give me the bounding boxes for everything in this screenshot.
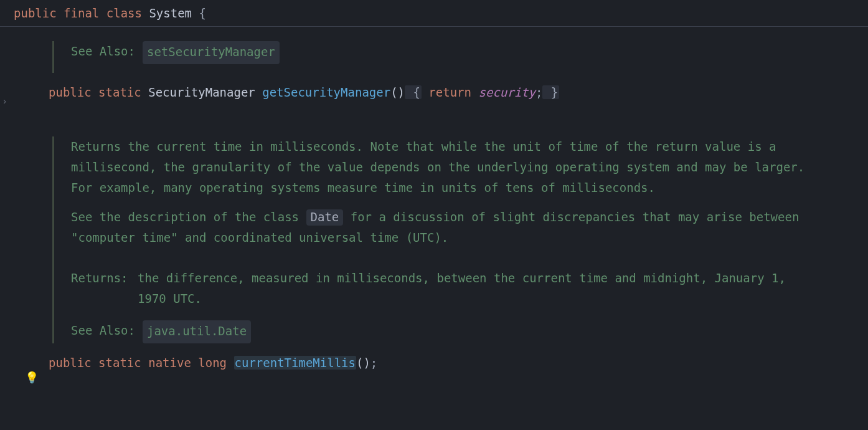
keyword-final: final: [64, 6, 99, 20]
keyword-class: class: [106, 6, 142, 20]
javadoc-see-also: See Also: java.util.Date: [71, 320, 818, 343]
javadoc-block: See Also: setSecurityManager: [52, 41, 818, 73]
semicolon: ;: [535, 85, 542, 99]
returns-text: the difference, measured in milliseconds…: [138, 268, 818, 309]
folded-region-open[interactable]: {: [405, 85, 422, 99]
class-name: System: [149, 6, 192, 20]
see-also-link[interactable]: java.util.Date: [143, 320, 251, 343]
method-signature[interactable]: public static native long currentTimeMil…: [49, 353, 868, 373]
fold-chevron-icon[interactable]: ›: [2, 96, 7, 107]
sticky-scroll-header[interactable]: public final class System {: [0, 0, 868, 27]
javadoc-block: Returns the current time in milliseconds…: [52, 136, 818, 343]
method-signature[interactable]: public static SecurityManager getSecurit…: [49, 82, 868, 103]
keyword-public: public: [14, 6, 57, 20]
method-name: getSecurityManager: [262, 85, 390, 99]
keyword-return: return: [422, 85, 471, 99]
returns-label: Returns:: [71, 268, 130, 289]
see-also-label: See Also:: [71, 41, 135, 62]
code-editor: public final class System { › 💡 See Also…: [0, 0, 868, 430]
javadoc-paragraph: See the description of the class Date fo…: [71, 207, 818, 248]
semicolon: ;: [370, 356, 377, 370]
javadoc-paragraph: Returns the current time in milliseconds…: [71, 136, 818, 198]
keyword-static: static: [98, 356, 141, 370]
parens: (): [390, 85, 405, 99]
folded-region-close[interactable]: }: [542, 85, 559, 99]
code-body[interactable]: See Also: setSecurityManager public stat…: [14, 29, 868, 373]
see-also-label: See Also:: [71, 320, 135, 341]
parens: (): [356, 356, 370, 370]
javadoc-code: Date: [306, 209, 344, 226]
return-type: long: [198, 356, 227, 370]
keyword-native: native: [148, 356, 191, 370]
method-name: currentTimeMillis: [234, 356, 356, 370]
see-also-link[interactable]: setSecurityManager: [143, 41, 280, 64]
field-reference: security: [471, 85, 535, 99]
keyword-public: public: [49, 356, 92, 370]
keyword-static: static: [98, 85, 141, 99]
javadoc-gap: [71, 309, 818, 320]
keyword-public: public: [49, 85, 92, 99]
return-type: SecurityManager: [148, 85, 255, 99]
javadoc-returns: Returns: the difference, measured in mil…: [71, 268, 818, 309]
brace-open: {: [199, 6, 206, 20]
javadoc-see-also: See Also: setSecurityManager: [71, 41, 818, 64]
javadoc-gap: [71, 257, 818, 268]
javadoc-text: See the description of the class: [71, 210, 306, 224]
blank-line: [14, 103, 868, 128]
